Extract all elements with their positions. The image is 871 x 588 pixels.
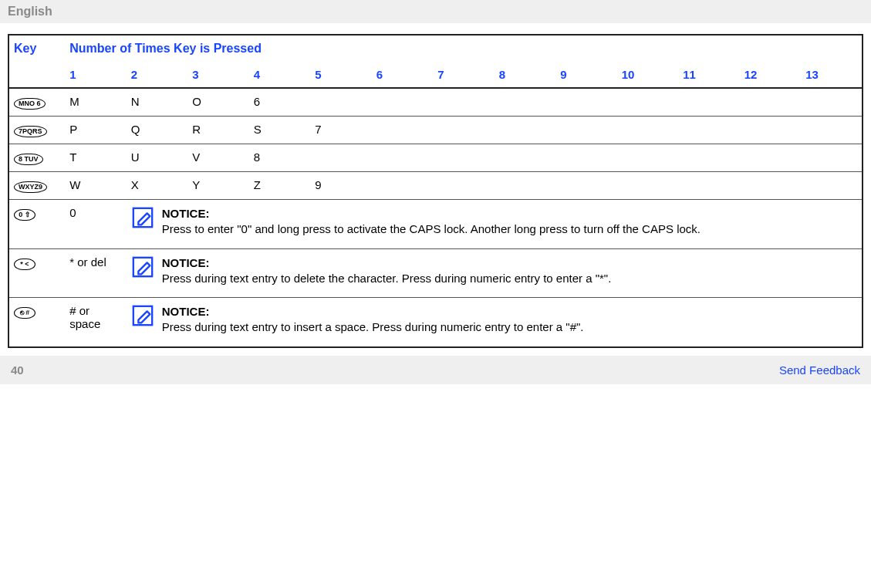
col-header-2: 2 (127, 62, 188, 88)
cell (801, 144, 863, 172)
keymap-table: Key Number of Times Key is Pressed 1 2 3… (8, 34, 863, 348)
cell (740, 144, 802, 172)
cell: T (65, 144, 127, 172)
table-row: 8 TUV T U V 8 (8, 144, 863, 172)
cell (617, 117, 679, 144)
notice-title: NOTICE: (162, 256, 210, 269)
key-cell: 8 TUV (8, 144, 65, 172)
keypad-hash-icon: ⎋ # (14, 307, 35, 319)
table-header-row-1: Key Number of Times Key is Pressed (8, 35, 863, 62)
table-header-row-2: 1 2 3 4 5 6 7 8 9 10 11 12 13 (8, 62, 863, 88)
notice-cell: NOTICE: Press during text entry to delet… (127, 248, 863, 298)
col-header-6: 6 (372, 62, 434, 88)
cell (555, 88, 617, 117)
col-header-key-blank (8, 62, 65, 88)
cell: 7 (310, 117, 372, 144)
key-cell: 0 ⇧ (8, 200, 65, 249)
col-header-5: 5 (310, 62, 372, 88)
cell: W (65, 172, 127, 200)
keypad-9-icon: WXYZ9 (14, 181, 47, 193)
table-row: MNO 6 M N O 6 (8, 88, 863, 117)
col-header-9: 9 (555, 62, 617, 88)
cell: 8 (249, 144, 311, 172)
col-header-10: 10 (617, 62, 679, 88)
cell: Y (187, 172, 249, 200)
cell: 9 (310, 172, 372, 200)
cell (555, 144, 617, 172)
page-content: Key Number of Times Key is Pressed 1 2 3… (0, 23, 871, 356)
col-header-12: 12 (740, 62, 802, 88)
page-footer: 40 Send Feedback (0, 356, 871, 384)
cell (740, 172, 802, 200)
send-feedback-link[interactable]: Send Feedback (779, 363, 860, 377)
col-header-key: Key (8, 35, 65, 62)
cell: P (65, 117, 127, 144)
notice-body: Press to enter "0" and long press to act… (162, 222, 701, 235)
key-cell: * < (8, 248, 65, 298)
cell: N (127, 88, 188, 117)
keypad-0-icon: 0 ⇧ (14, 209, 35, 221)
cell (372, 144, 434, 172)
keypad-7-icon: 7PQRS (14, 126, 47, 137)
cell (433, 117, 495, 144)
notice-title: NOTICE: (162, 305, 210, 318)
cell (801, 172, 863, 200)
keypad-6-icon: MNO 6 (14, 98, 46, 110)
col-header-1: 1 (65, 62, 127, 88)
keypad-8-icon: 8 TUV (14, 154, 43, 165)
notice-cell: NOTICE: Press to enter "0" and long pres… (127, 200, 863, 249)
language-header: English (0, 0, 871, 23)
cell (678, 88, 740, 117)
notice-cell: NOTICE: Press during text entry to inser… (127, 298, 863, 347)
cell (372, 172, 434, 200)
col-header-13: 13 (801, 62, 863, 88)
notice-body: Press during text entry to delete the ch… (162, 272, 612, 285)
cell (555, 117, 617, 144)
notice-pencil-icon (131, 255, 154, 279)
keypad-star-icon: * < (14, 259, 35, 270)
col-header-presses: Number of Times Key is Pressed (65, 35, 863, 62)
cell: V (187, 144, 249, 172)
table-row-notice: ⎋ # # or space NOTICE: Press during text… (8, 298, 863, 347)
cell (740, 117, 802, 144)
cell (678, 117, 740, 144)
cell (678, 172, 740, 200)
cell-first: * or del (65, 248, 127, 298)
cell (801, 117, 863, 144)
col-header-11: 11 (678, 62, 740, 88)
notice-title: NOTICE: (162, 207, 210, 220)
table-row: 7PQRS P Q R S 7 (8, 117, 863, 144)
key-cell: ⎋ # (8, 298, 65, 347)
notice-body: Press during text entry to insert a spac… (162, 320, 584, 333)
page-number: 40 (11, 363, 24, 377)
cell (495, 117, 556, 144)
cell: S (249, 117, 311, 144)
table-row: WXYZ9 W X Y Z 9 (8, 172, 863, 200)
cell: Q (127, 117, 188, 144)
col-header-7: 7 (433, 62, 495, 88)
cell (740, 88, 802, 117)
notice-pencil-icon (131, 304, 154, 327)
key-cell: 7PQRS (8, 117, 65, 144)
cell (433, 172, 495, 200)
table-row-notice: 0 ⇧ 0 NOTICE: Press to enter "0" and lon… (8, 200, 863, 249)
cell (372, 88, 434, 117)
cell (433, 144, 495, 172)
key-cell: MNO 6 (8, 88, 65, 117)
cell (433, 88, 495, 117)
key-cell: WXYZ9 (8, 172, 65, 200)
cell (495, 172, 556, 200)
cell (801, 88, 863, 117)
cell (678, 144, 740, 172)
cell: U (127, 144, 188, 172)
cell (617, 172, 679, 200)
cell (372, 117, 434, 144)
cell: Z (249, 172, 311, 200)
cell (495, 144, 556, 172)
cell-first: 0 (65, 200, 127, 249)
col-header-8: 8 (495, 62, 556, 88)
cell: R (187, 117, 249, 144)
cell: O (187, 88, 249, 117)
cell-first: # or space (65, 298, 127, 347)
cell: X (127, 172, 188, 200)
